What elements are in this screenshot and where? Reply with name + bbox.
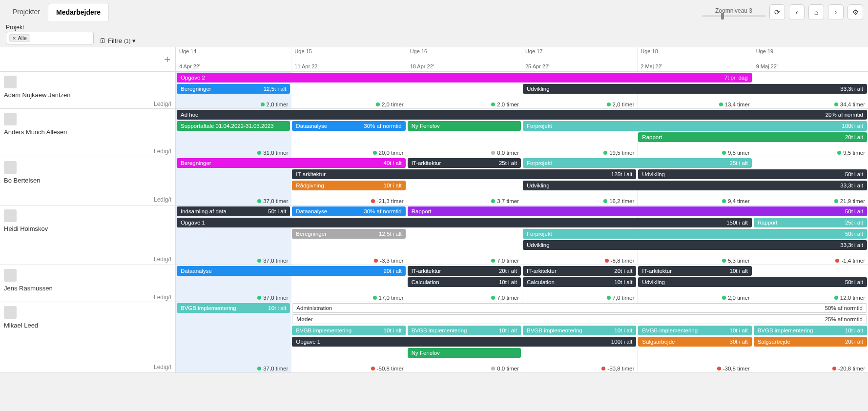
avatar xyxy=(4,161,17,174)
refresh-button[interactable]: ⟳ xyxy=(769,4,785,20)
task-value: 25% af normtid xyxy=(822,316,863,322)
employee-row[interactable]: Mikael Leed Ledig/t xyxy=(0,302,175,373)
status-dot xyxy=(491,151,495,155)
employee-row[interactable]: Jens Rasmussen Ledig/t xyxy=(0,265,175,302)
task-bar[interactable]: Forprojekt25t i alt xyxy=(523,158,752,168)
task-bar[interactable]: Møder25% af normtid xyxy=(292,314,867,324)
task-bar[interactable]: BVGB implementering10t i alt xyxy=(754,326,867,335)
task-value: 25t i alt xyxy=(842,220,863,226)
task-bar[interactable]: IT-arkitektur20t i alt xyxy=(523,266,636,276)
prev-button[interactable]: ‹ xyxy=(789,4,805,20)
task-bar[interactable]: Udvikling33,3t i alt xyxy=(523,240,867,250)
task-bar[interactable]: Opgave 1150t i alt xyxy=(177,218,752,227)
task-bar[interactable]: IT-arkitektur20t i alt xyxy=(408,266,521,276)
task-value: 10t i alt xyxy=(381,328,402,333)
task-bar[interactable]: Dataanalyse20t i alt xyxy=(177,266,406,276)
task-bar[interactable]: Rapport20t i alt xyxy=(638,132,867,142)
task-bar[interactable]: Ny Ferielov xyxy=(408,121,521,131)
task-bar[interactable]: IT-arkitektur125t i alt xyxy=(292,169,636,179)
task-bar[interactable]: Calculation10t i alt xyxy=(523,277,636,287)
task-bar[interactable]: BVGB implementering10t i alt xyxy=(408,326,521,335)
zoom-control[interactable]: Zoomniveau 3 xyxy=(702,7,765,17)
filter-chip-alle[interactable]: ×Alle xyxy=(9,34,30,42)
task-bar[interactable]: Supportaftale 01.04.2022-31.03.2023 xyxy=(177,121,290,131)
task-label: Udvikling xyxy=(527,242,837,248)
task-bar[interactable]: Forprojekt100t i alt xyxy=(523,121,867,131)
project-select[interactable]: ×Alle xyxy=(6,32,94,44)
task-bar[interactable]: Dataanalyse30% af normtid xyxy=(292,121,405,131)
task-label: Udvikling xyxy=(527,183,837,188)
task-bar[interactable]: Forprojekt50t i alt xyxy=(523,229,867,239)
next-button[interactable]: › xyxy=(828,4,844,20)
task-bar[interactable]: Beregninger40t i alt xyxy=(177,158,406,168)
employee-row[interactable]: Heidi Holmskov Ledig/t xyxy=(0,206,175,265)
task-value: 7t pr. dag xyxy=(722,75,748,81)
capacity-value: -8,8 timer xyxy=(611,258,635,264)
status-dot xyxy=(719,103,723,106)
task-value: 20t i alt xyxy=(842,134,863,140)
employee-name: Heidi Holmskov xyxy=(4,225,171,232)
capacity-value: 31,0 timer xyxy=(263,150,288,156)
task-bar[interactable]: BVGB implementering10t i alt xyxy=(292,326,405,335)
settings-button[interactable]: ⚙ xyxy=(847,4,863,20)
chevron-right-icon: › xyxy=(835,8,837,16)
task-label: IT-arkitektur xyxy=(642,268,726,274)
zoom-slider[interactable] xyxy=(702,15,765,17)
filters-button[interactable]: 🗓 Filtre (1) ▾ xyxy=(100,37,136,44)
task-bar[interactable]: IT-arkitektur25t i alt xyxy=(408,158,521,168)
task-bar[interactable]: Indsamling af data50t i alt xyxy=(177,206,290,216)
task-value: 20t i alt xyxy=(842,339,863,345)
close-icon[interactable]: × xyxy=(13,35,16,41)
week-number: Uge 14 xyxy=(179,48,288,54)
status-dot xyxy=(722,199,726,203)
available-label: Ledig/t xyxy=(4,254,171,263)
add-resource-button[interactable]: + xyxy=(0,47,175,72)
task-label: Opgave 1 xyxy=(181,220,723,226)
capacity-cell: 37,0 timer xyxy=(176,258,291,264)
task-bar[interactable]: Calculation10t i alt xyxy=(408,277,521,287)
timeline-row: Ad hoc20% af normtidSupportaftale 01.04.… xyxy=(176,109,868,157)
task-bar[interactable]: BVGB implementering10t i alt xyxy=(523,326,636,335)
timeline-row: Beregninger40t i altIT-arkitektur25t i a… xyxy=(176,157,868,206)
capacity-cell: 5,3 timer xyxy=(637,258,752,264)
capacity-cell: 37,0 timer xyxy=(176,295,291,301)
task-bar[interactable]: Beregninger12,5t i alt xyxy=(292,229,405,239)
capacity-value: 7,0 timer xyxy=(613,295,635,301)
task-bar[interactable]: Udvikling33,3t i alt xyxy=(523,181,867,190)
week-date: 2 Maj 22' xyxy=(641,63,749,70)
task-bar[interactable]: Dataanalyse30% af normtid xyxy=(292,206,405,216)
capacity-cell: 2,0 timer xyxy=(407,102,522,107)
task-value: 12,5t i alt xyxy=(376,231,402,237)
task-bar[interactable]: Ad hoc20% af normtid xyxy=(177,110,867,120)
capacity-cell: 0,0 timer xyxy=(407,366,522,371)
tab-projekter[interactable]: Projekter xyxy=(5,3,48,21)
task-bar[interactable]: Administration50% af normtid xyxy=(292,303,867,313)
task-bar[interactable]: Ny Ferielov xyxy=(408,348,521,358)
task-bar[interactable]: BVGB implementering10t i alt xyxy=(638,326,751,335)
employee-row[interactable]: Bo Bertelsen Ledig/t xyxy=(0,157,175,206)
task-label: Forprojekt xyxy=(527,231,842,237)
task-bar[interactable]: IT-arkitektur10t i alt xyxy=(638,266,751,276)
task-bar[interactable]: Opgave 1100t i alt xyxy=(292,337,636,347)
task-bar[interactable]: Udvikling33,3t i alt xyxy=(523,84,867,94)
task-value: 50t i alt xyxy=(842,208,863,214)
capacity-cell: 37,0 timer xyxy=(176,198,291,204)
task-bar[interactable]: Beregninger12,5t i alt xyxy=(177,84,290,94)
task-bar[interactable]: Rådgivning10t i alt xyxy=(292,181,405,190)
task-bar[interactable]: Udvikling50t i alt xyxy=(638,277,867,287)
task-bar[interactable]: Rapport50t i alt xyxy=(408,206,867,216)
task-value: 10t i alt xyxy=(727,328,748,333)
task-bar[interactable]: BVGB implementering10t i alt xyxy=(177,303,290,313)
task-bar[interactable]: Salgsarbejde30t i alt xyxy=(638,337,751,347)
status-dot xyxy=(722,296,726,300)
tab-medarbejdere[interactable]: Medarbejdere xyxy=(48,3,109,21)
home-button[interactable]: ⌂ xyxy=(808,4,824,20)
task-label: Opgave 2 xyxy=(181,75,722,81)
task-bar[interactable]: Salgsarbejde20t i alt xyxy=(754,337,867,347)
employee-row[interactable]: Anders Munch Allesen Ledig/t xyxy=(0,109,175,157)
capacity-cell: 2,0 timer xyxy=(637,295,752,301)
task-bar[interactable]: Rapport25t i alt xyxy=(754,218,867,227)
task-bar[interactable]: Udvikling50t i alt xyxy=(638,169,867,179)
task-bar[interactable]: Opgave 27t pr. dag xyxy=(177,73,752,82)
employee-row[interactable]: Adam Nujkaew Jantzen Ledig/t xyxy=(0,72,175,109)
